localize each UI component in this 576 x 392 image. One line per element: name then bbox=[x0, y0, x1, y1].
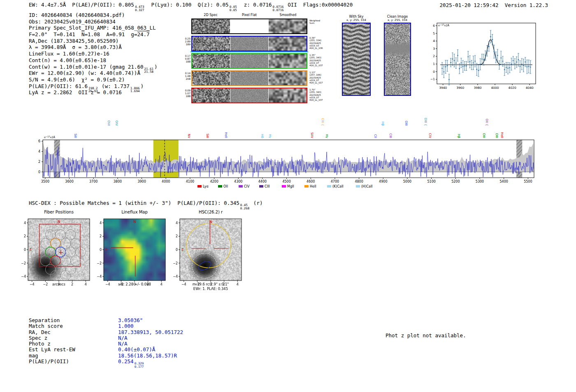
emission-line-label: OIV bbox=[115, 121, 118, 126]
svg-text:4700: 4700 bbox=[331, 180, 339, 183]
svg-text:EWr: 1. PLAE: 0.345: EWr: 1. PLAE: 0.345 bbox=[193, 287, 228, 291]
svg-text:4040: 4040 bbox=[526, 86, 534, 90]
pixelflat-image bbox=[230, 88, 268, 102]
svg-text:4: 4 bbox=[85, 283, 87, 286]
svg-text:4: 4 bbox=[24, 221, 26, 225]
info-line: Cont(n) = 4.00(±0.65)e-18 bbox=[29, 57, 158, 64]
spec2d-image bbox=[192, 71, 230, 85]
info-line: F=2.0" T=0.141 N=1.08 A=0.91 g=24.7 bbox=[29, 31, 158, 38]
svg-text:4600: 4600 bbox=[307, 180, 315, 183]
svg-text:5000: 5000 bbox=[403, 180, 411, 183]
svg-text:3500: 3500 bbox=[41, 180, 49, 183]
svg-text:−4: −4 bbox=[173, 275, 178, 278]
spec2d-row bbox=[191, 70, 307, 86]
spec2d-row bbox=[191, 36, 307, 51]
emission-line-label: OVI bbox=[107, 121, 111, 126]
spec2d-divider bbox=[190, 51, 308, 52]
svg-text:4: 4 bbox=[100, 221, 102, 225]
svg-text:5400: 5400 bbox=[499, 180, 508, 183]
clean-image bbox=[384, 23, 411, 96]
emission-line-label: Hβ bbox=[381, 122, 385, 126]
svg-text:4900: 4900 bbox=[379, 180, 387, 183]
svg-text:m:19.6 rc:2.9" s:0.1": m:19.6 rc:2.9" s:0.1" bbox=[193, 282, 229, 286]
svg-text:3700: 3700 bbox=[89, 180, 98, 183]
svg-text:4200: 4200 bbox=[210, 180, 218, 183]
svg-text:2: 2 bbox=[38, 160, 40, 164]
spec2d-row-values: 0.252.89189 bbox=[180, 37, 190, 46]
elixer-report-page: { "header": { "segments": [ {"t": "EW: 4… bbox=[0, 0, 576, 392]
match-table-row: Separation3.05036" bbox=[29, 318, 183, 323]
withsky-panel: With Sky x, y: 255, 334 bbox=[341, 15, 372, 96]
svg-text:−1: −1 bbox=[430, 77, 435, 81]
spec2d-row-meta: 1.35"(255, 343)20230425v019_07416_LL_037 bbox=[309, 54, 331, 67]
svg-text:4: 4 bbox=[176, 221, 178, 225]
pixelflat-image bbox=[230, 54, 268, 68]
info-line: LineFlux = 1.60(±0.27)e-16 bbox=[29, 51, 158, 57]
emission-line-label: CIII { bbox=[321, 118, 325, 126]
emission-line-label: Hβ bbox=[457, 134, 461, 139]
svg-text:5100: 5100 bbox=[427, 180, 435, 183]
detection-info-block: ID: 4026640834 (4026640834.pdf)Obs: 2023… bbox=[29, 12, 158, 96]
svg-text:−4: −4 bbox=[97, 275, 102, 278]
spec2d-image bbox=[192, 88, 230, 102]
svg-text:e−17x2Å: e−17x2Å bbox=[44, 135, 56, 139]
match-table-row: mag18.56(18.56,18.57)R bbox=[29, 353, 183, 359]
withsky-title: With Sky bbox=[341, 15, 372, 19]
timestamp-text: 2025-01-20 12:59:42 bbox=[440, 2, 499, 8]
pixelflat-image bbox=[230, 37, 268, 51]
emission-line-label: Hγ bbox=[325, 134, 329, 139]
compass-north-label: N bbox=[209, 220, 212, 224]
match-table-row: P(LAE)/P(OII)0.2540.3290.177 bbox=[29, 359, 183, 364]
clean-coords: x, y: 255, 334 bbox=[383, 19, 412, 22]
svg-text:e−17x2Å: e−17x2Å bbox=[438, 23, 450, 28]
compass-east-label: E bbox=[181, 248, 184, 252]
svg-text:3800: 3800 bbox=[114, 180, 122, 183]
svg-text:arcsecs: arcsecs bbox=[52, 282, 66, 286]
svg-text:3940: 3940 bbox=[439, 86, 447, 90]
header-summary: EW: 4.4±7.5Å P(LAE)/P(OII): 0.8054.4730.… bbox=[29, 2, 353, 12]
info-line: ID: 4026640834 (4026640834.pdf) bbox=[29, 12, 158, 19]
svg-text:6: 6 bbox=[38, 139, 40, 143]
svg-text:4300: 4300 bbox=[234, 180, 242, 183]
spec2d-row bbox=[191, 88, 307, 103]
legend-label: (H)CaII bbox=[361, 185, 372, 188]
match-table-row: Spec zN/A bbox=[29, 335, 183, 341]
info-line: Primary Spec_Slot_IFU_AMP: 416_058_063_L… bbox=[29, 25, 158, 31]
compass-north-label: N bbox=[58, 220, 60, 224]
svg-text:3960: 3960 bbox=[456, 86, 464, 90]
pixelflat-image bbox=[230, 71, 268, 85]
svg-text:4: 4 bbox=[237, 283, 239, 286]
info-line: Cont(w) = 1.10(±0.01)e-17 (gmag 21.6021.… bbox=[29, 64, 158, 70]
match-table: Separation3.05036"Match score1.000RA, De… bbox=[29, 318, 183, 364]
spec2d-image bbox=[192, 37, 230, 51]
emission-line-label: HeII bbox=[500, 132, 504, 138]
svg-text:3900: 3900 bbox=[137, 180, 146, 183]
compass-north-label: N bbox=[133, 220, 136, 224]
svg-text:0: 0 bbox=[24, 248, 26, 252]
match-table-row: Photo zN/A bbox=[29, 341, 183, 347]
svg-text:−4: −4 bbox=[181, 283, 186, 286]
svg-text:−2: −2 bbox=[43, 283, 48, 286]
withsky-coords: x, y: 255, 334 bbox=[341, 19, 372, 22]
svg-text:4100: 4100 bbox=[186, 180, 194, 183]
spec2d-row bbox=[191, 19, 307, 34]
legend-label: MgII bbox=[287, 185, 294, 188]
info-line: EWr = 12.00(±2.90) (w: 4.40(±0.74))Å bbox=[29, 70, 158, 77]
emission-line-label: SiII bbox=[74, 134, 77, 138]
svg-text:2: 2 bbox=[433, 54, 435, 58]
svg-text:1: 1 bbox=[433, 62, 435, 66]
legend-label: CIII bbox=[265, 185, 270, 188]
emission-line-label: CII bbox=[374, 134, 377, 138]
clean-title: Clean Image bbox=[383, 15, 412, 19]
spec2d-row-meta: 1.70"(255, 343)20230425v019_07416_LL_037 bbox=[309, 88, 331, 101]
svg-text:4500: 4500 bbox=[282, 180, 290, 183]
emission-line-label: OIII bbox=[495, 133, 499, 138]
legend-label: HeII bbox=[310, 185, 316, 188]
spec2d-row bbox=[191, 53, 307, 69]
svg-text:−4: −4 bbox=[30, 283, 35, 286]
spec2d-panel: 2D SpecPixel FlatSmoothed WeightedSum0.2… bbox=[191, 13, 307, 104]
emission-line-label: HeII bbox=[224, 132, 228, 138]
emission-line-label: CIV bbox=[428, 133, 432, 138]
withsky-image bbox=[342, 23, 371, 96]
smoothed-image bbox=[269, 19, 307, 33]
